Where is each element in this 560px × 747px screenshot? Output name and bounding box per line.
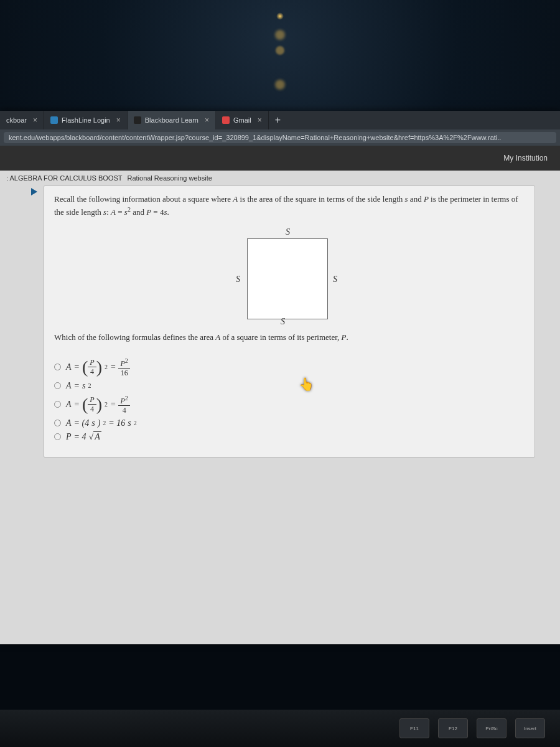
favicon-icon	[50, 116, 58, 124]
question-prompt-2: Which of the following formulas defines …	[54, 332, 525, 344]
figure-label-left: S	[236, 275, 240, 284]
tab-gmail[interactable]: Gmail ×	[216, 111, 269, 129]
play-icon[interactable]	[31, 188, 37, 195]
content-area: Recall the following information about a…	[0, 186, 560, 470]
option-formula: A = P42 = P216	[66, 357, 130, 377]
question-panel: Recall the following information about a…	[44, 186, 535, 458]
keyboard-strip: F11 F12 PrtSc Insert	[0, 710, 560, 747]
figure-label-right: S	[333, 275, 337, 284]
radio-icon[interactable]	[54, 401, 61, 408]
favicon-icon	[222, 116, 230, 124]
url-field[interactable]: kent.edu/webapps/blackboard/content/cont…	[4, 132, 556, 143]
new-tab-button[interactable]: +	[269, 115, 287, 126]
figure-label-top: S	[286, 227, 290, 237]
tab-label: Gmail	[233, 116, 251, 124]
key-f11: F11	[399, 718, 429, 738]
my-institution-link[interactable]: My Institution	[503, 154, 548, 162]
monitor-screen: ckboar × FlashLine Login × Blackboard Le…	[0, 111, 560, 644]
blackboard-topbar: My Institution	[0, 146, 560, 171]
tab-blackboard-learn[interactable]: Blackboard Learn ×	[128, 111, 216, 129]
option-1[interactable]: A = P42 = P216	[54, 357, 525, 377]
option-formula: A = P42 = P24	[66, 395, 130, 415]
options-list: A = P42 = P216 A = s2 A = P42	[54, 357, 525, 442]
option-formula: P = 4A	[66, 432, 101, 442]
figure-label-bottom: S	[281, 317, 285, 327]
option-formula: A = s2	[66, 381, 91, 391]
close-icon[interactable]: ×	[116, 116, 121, 125]
tab-blackboard-1[interactable]: ckboar ×	[0, 111, 44, 129]
content-whitespace	[0, 470, 560, 644]
option-4[interactable]: A = (4s)2 = 16s2	[54, 418, 525, 428]
favicon-icon	[134, 116, 141, 124]
key-insert: Insert	[515, 718, 545, 738]
key-f12: F12	[438, 718, 468, 738]
camera-glare	[276, 12, 284, 20]
option-2[interactable]: A = s2	[54, 381, 525, 391]
close-icon[interactable]: ×	[258, 116, 262, 125]
close-icon[interactable]: ×	[33, 116, 37, 125]
address-bar: kent.edu/webapps/blackboard/content/cont…	[0, 129, 560, 146]
option-3[interactable]: A = P42 = P24	[54, 395, 525, 415]
radio-icon[interactable]	[54, 382, 61, 389]
breadcrumb: : ALGEBRA FOR CALCULUS BOOST Rational Re…	[0, 171, 560, 186]
tab-label: ckboar	[6, 116, 27, 124]
radio-icon[interactable]	[54, 433, 61, 440]
square-figure: S S S S	[227, 230, 352, 323]
option-5[interactable]: P = 4A	[54, 432, 525, 442]
radio-icon[interactable]	[54, 364, 61, 370]
breadcrumb-page[interactable]: Rational Reasoning website	[127, 174, 212, 182]
tab-label: Blackboard Learn	[145, 116, 198, 124]
radio-icon[interactable]	[54, 420, 61, 426]
question-prompt-1: Recall the following information about a…	[54, 194, 525, 218]
option-formula: A = (4s)2 = 16s2	[66, 418, 137, 428]
key-prtsc: PrtSc	[477, 718, 506, 738]
tab-label: FlashLine Login	[62, 116, 110, 124]
breadcrumb-course[interactable]: : ALGEBRA FOR CALCULUS BOOST	[6, 174, 122, 182]
cursor-icon: 👆	[299, 377, 314, 392]
close-icon[interactable]: ×	[205, 116, 209, 125]
tab-flashline[interactable]: FlashLine Login ×	[44, 111, 128, 129]
browser-tab-strip: ckboar × FlashLine Login × Blackboard Le…	[0, 111, 560, 129]
square-box	[247, 238, 328, 319]
